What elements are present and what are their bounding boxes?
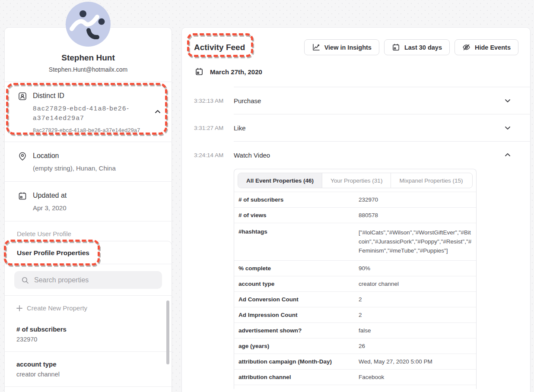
property-value: Wed, May 27, 2020 5:00 PM [359, 354, 476, 369]
search-properties-input[interactable] [34, 276, 155, 284]
property-key: Ad Impression Count [234, 308, 359, 322]
table-row: # of subscribers 232970 [234, 192, 476, 207]
property-value: 2 [359, 292, 476, 307]
avatar [66, 2, 111, 47]
distinct-id-value: 8ac27829-ebcd-41a8-be26-a37e14ed29a7 [33, 104, 150, 123]
hide-events-button[interactable]: Hide Events [455, 39, 518, 55]
event-name: Like [234, 124, 504, 132]
property-key: advertisement shown? [234, 324, 359, 338]
chevron-up-icon[interactable] [154, 108, 161, 115]
properties-title-row: User Profile Properties [5, 241, 172, 264]
updated-at-section: Updated at Apr 3, 2020 [5, 182, 172, 221]
property-value: false [359, 323, 476, 338]
line-chart-icon [312, 43, 320, 51]
create-new-property-button[interactable]: Create New Property [5, 296, 172, 317]
event-time: 3:32:13 AM [194, 98, 234, 104]
property-list-item[interactable]: account type creator channel [5, 351, 172, 386]
location-body: Location (empty string), Hunan, China [33, 151, 161, 173]
property-name: # of subscribers [16, 325, 161, 334]
chevron-down-icon[interactable] [504, 97, 511, 104]
event-name: Purchase [234, 97, 504, 104]
divider [5, 386, 172, 387]
event-name: Watch Video [234, 152, 504, 159]
property-key: Ad Conversion Count [234, 293, 359, 307]
properties-title: User Profile Properties [17, 249, 89, 256]
search-wrap [5, 264, 172, 295]
property-value: 2 [359, 307, 476, 322]
id-badge-icon [18, 92, 27, 101]
property-key: account type [234, 277, 359, 291]
property-key: age (years) [234, 339, 359, 353]
property-name: account type [16, 360, 161, 369]
scrollbar-thumb[interactable] [166, 300, 169, 364]
updated-at-label: Updated at [33, 191, 161, 200]
user-profile-properties-card: User Profile Properties Create New Prope… [4, 241, 172, 392]
location-pin-icon [18, 152, 27, 161]
table-row [234, 385, 476, 389]
chevron-down-icon[interactable] [504, 124, 511, 131]
property-value: 90% [359, 261, 476, 276]
view-in-insights-button[interactable]: View in Insights [304, 39, 379, 55]
property-key: attribution channel [234, 370, 359, 384]
property-value: 232970 [359, 192, 476, 207]
create-new-property-label: Create New Property [27, 304, 87, 312]
tab-all-event-properties[interactable]: All Event Properties (46) [238, 173, 322, 188]
date-range-label: Last 30 days [404, 44, 442, 51]
property-key: #hashtags [234, 223, 359, 239]
property-list-item[interactable]: # of subscribers 232970 [5, 317, 172, 351]
calendar-icon [18, 191, 27, 201]
table-row: #hashtags ["#lolCats","#Wilson","#WorstG… [234, 223, 476, 260]
property-key: attribution campaign (Month-Day) [234, 355, 359, 369]
event-properties-panel: All Event Properties (46) Your Propertie… [234, 169, 477, 389]
activity-feed-title: Activity Feed [194, 42, 245, 53]
event-row-like[interactable]: 3:31:27 AM Like [182, 114, 530, 141]
table-row: Ad Impression Count 2 [234, 307, 476, 322]
table-row: attribution channel Facebook [234, 369, 476, 385]
location-value: (empty string), Hunan, China [33, 164, 161, 173]
user-email: Stephen.Hunt@hotmailx.com [13, 65, 163, 74]
tab-mixpanel-properties[interactable]: Mixpanel Properties (15) [391, 173, 471, 188]
location-label: Location [33, 151, 161, 161]
property-value: 26 [359, 338, 476, 354]
property-value: 880578 [359, 208, 476, 223]
date-group-header: March 27th, 2020 [182, 55, 530, 76]
view-in-insights-label: View in Insights [324, 44, 372, 51]
activity-feed-card: Activity Feed View in Insights Last 30 d… [181, 27, 531, 392]
table-row: % complete 90% [234, 260, 476, 276]
event-row-purchase[interactable]: 3:32:13 AM Purchase [182, 87, 530, 114]
search-box[interactable] [14, 271, 162, 289]
event-row-watch-video[interactable]: 3:24:14 AM Watch Video [182, 142, 530, 168]
table-row: Ad Conversion Count 2 [234, 291, 476, 307]
event-properties-tabs: All Event Properties (46) Your Propertie… [238, 173, 473, 188]
updated-at-value: Apr 3, 2020 [33, 203, 161, 213]
table-row: attribution campaign (Month-Day) Wed, Ma… [234, 354, 476, 369]
hide-events-label: Hide Events [475, 44, 511, 51]
search-icon [21, 276, 29, 284]
calendar-icon [195, 67, 203, 76]
calendar-icon [392, 43, 400, 51]
property-value: Facebook [359, 370, 476, 385]
date-range-button[interactable]: Last 30 days [384, 39, 450, 55]
table-row: age (years) 26 [234, 338, 476, 354]
property-key: # of subscribers [234, 193, 359, 207]
property-value: creator channel [16, 370, 161, 379]
distinct-id-section[interactable]: Distinct ID 8ac27829-ebcd-41a8-be26-a37e… [5, 82, 172, 142]
event-properties-table: # of subscribers 232970 # of views 88057… [234, 192, 476, 389]
activity-feed-header: Activity Feed View in Insights Last 30 d… [182, 28, 530, 55]
eye-off-icon [462, 43, 470, 51]
distinct-id-subvalue: 8ac27829-ebcd-41a8-be26-a37e14ed29a7 [33, 127, 161, 133]
property-value: 232970 [16, 335, 161, 344]
chevron-up-icon[interactable] [504, 152, 511, 158]
properties-list: Create New Property # of subscribers 232… [5, 296, 172, 387]
event-time: 3:31:27 AM [194, 125, 234, 131]
distinct-id-label: Distinct ID [33, 91, 161, 101]
property-value: ["#lolCats","#Wilson","#WorstGiftEver","… [359, 223, 476, 260]
user-name: Stephen Hunt [13, 53, 163, 63]
table-row: # of views 880578 [234, 207, 476, 223]
plus-icon [16, 305, 22, 311]
property-value: creator channel [359, 276, 476, 291]
user-profile-card: Stephen Hunt Stephen.Hunt@hotmailx.com D… [4, 27, 172, 247]
tab-your-properties[interactable]: Your Properties (31) [322, 173, 391, 188]
table-row: advertisement shown? false [234, 322, 476, 338]
updated-at-body: Updated at Apr 3, 2020 [33, 191, 161, 213]
